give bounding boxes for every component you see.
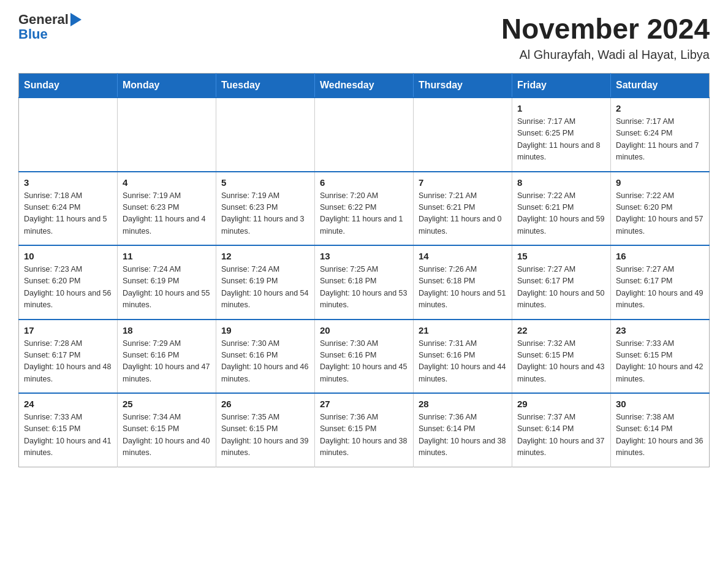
day-info: Sunrise: 7:33 AMSunset: 6:15 PMDaylight:…: [24, 412, 112, 459]
page-header: General Blue November 2024 Al Ghurayfah,…: [18, 12, 710, 62]
day-info: Sunrise: 7:30 AMSunset: 6:16 PMDaylight:…: [320, 338, 408, 386]
day-number: 2: [616, 103, 704, 113]
calendar-cell: 27Sunrise: 7:36 AMSunset: 6:15 PMDayligh…: [315, 393, 414, 467]
day-info: Sunrise: 7:34 AMSunset: 6:15 PMDaylight:…: [123, 412, 211, 459]
day-number: 24: [24, 399, 112, 409]
day-number: 8: [517, 177, 605, 188]
calendar-week-row: 3Sunrise: 7:18 AMSunset: 6:24 PMDaylight…: [19, 172, 710, 246]
weekday-header-friday: Friday: [512, 74, 611, 98]
day-info: Sunrise: 7:27 AMSunset: 6:17 PMDaylight:…: [517, 264, 605, 312]
weekday-header-row: SundayMondayTuesdayWednesdayThursdayFrid…: [19, 74, 710, 98]
calendar-cell: 25Sunrise: 7:34 AMSunset: 6:15 PMDayligh…: [118, 393, 216, 467]
day-info: Sunrise: 7:19 AMSunset: 6:23 PMDaylight:…: [221, 190, 309, 238]
calendar-week-row: 17Sunrise: 7:28 AMSunset: 6:17 PMDayligh…: [19, 320, 710, 394]
day-info: Sunrise: 7:38 AMSunset: 6:14 PMDaylight:…: [616, 412, 704, 459]
logo: General Blue: [18, 12, 82, 42]
month-title: November 2024: [501, 12, 710, 45]
day-number: 27: [320, 399, 408, 409]
day-number: 7: [419, 177, 507, 188]
day-info: Sunrise: 7:17 AMSunset: 6:25 PMDaylight:…: [517, 116, 605, 164]
calendar-cell: 4Sunrise: 7:19 AMSunset: 6:23 PMDaylight…: [118, 172, 216, 246]
day-info: Sunrise: 7:36 AMSunset: 6:14 PMDaylight:…: [419, 412, 507, 459]
calendar-cell: [414, 98, 512, 172]
logo-triangle-icon: [70, 13, 82, 26]
weekday-header-monday: Monday: [118, 74, 216, 98]
day-info: Sunrise: 7:19 AMSunset: 6:23 PMDaylight:…: [123, 190, 211, 238]
calendar-cell: 15Sunrise: 7:27 AMSunset: 6:17 PMDayligh…: [512, 245, 611, 320]
day-number: 20: [320, 325, 408, 335]
calendar-cell: [19, 98, 118, 172]
calendar-cell: 2Sunrise: 7:17 AMSunset: 6:24 PMDaylight…: [611, 98, 710, 172]
day-info: Sunrise: 7:35 AMSunset: 6:15 PMDaylight:…: [221, 412, 309, 459]
calendar-cell: [315, 98, 414, 172]
calendar-cell: [216, 98, 315, 172]
day-number: 19: [221, 325, 309, 335]
calendar-cell: 10Sunrise: 7:23 AMSunset: 6:20 PMDayligh…: [19, 245, 118, 320]
day-info: Sunrise: 7:37 AMSunset: 6:14 PMDaylight:…: [517, 412, 605, 459]
weekday-header-sunday: Sunday: [19, 74, 118, 98]
calendar-week-row: 24Sunrise: 7:33 AMSunset: 6:15 PMDayligh…: [19, 393, 710, 467]
calendar-cell: 19Sunrise: 7:30 AMSunset: 6:16 PMDayligh…: [216, 320, 315, 394]
calendar-cell: 23Sunrise: 7:33 AMSunset: 6:15 PMDayligh…: [611, 320, 710, 394]
calendar-cell: 16Sunrise: 7:27 AMSunset: 6:17 PMDayligh…: [611, 245, 710, 320]
calendar-body: 1Sunrise: 7:17 AMSunset: 6:25 PMDaylight…: [19, 98, 710, 467]
day-number: 13: [320, 251, 408, 261]
calendar-cell: 21Sunrise: 7:31 AMSunset: 6:16 PMDayligh…: [414, 320, 512, 394]
day-info: Sunrise: 7:29 AMSunset: 6:16 PMDaylight:…: [123, 338, 211, 386]
day-info: Sunrise: 7:33 AMSunset: 6:15 PMDaylight:…: [616, 338, 704, 386]
day-number: 18: [123, 325, 211, 335]
calendar-cell: 7Sunrise: 7:21 AMSunset: 6:21 PMDaylight…: [414, 172, 512, 246]
day-number: 29: [517, 399, 605, 409]
weekday-header-saturday: Saturday: [611, 74, 710, 98]
day-number: 21: [419, 325, 507, 335]
day-info: Sunrise: 7:31 AMSunset: 6:16 PMDaylight:…: [419, 338, 507, 386]
weekday-header-wednesday: Wednesday: [315, 74, 414, 98]
day-info: Sunrise: 7:22 AMSunset: 6:21 PMDaylight:…: [517, 190, 605, 238]
calendar-week-row: 10Sunrise: 7:23 AMSunset: 6:20 PMDayligh…: [19, 245, 710, 320]
day-number: 10: [24, 251, 112, 261]
svg-marker-0: [70, 13, 82, 26]
day-number: 12: [221, 251, 309, 261]
day-info: Sunrise: 7:18 AMSunset: 6:24 PMDaylight:…: [24, 190, 112, 238]
day-info: Sunrise: 7:32 AMSunset: 6:15 PMDaylight:…: [517, 338, 605, 386]
calendar-header: SundayMondayTuesdayWednesdayThursdayFrid…: [19, 74, 710, 98]
day-number: 6: [320, 177, 408, 188]
day-info: Sunrise: 7:22 AMSunset: 6:20 PMDaylight:…: [616, 190, 704, 238]
day-number: 3: [24, 177, 112, 188]
calendar-cell: 1Sunrise: 7:17 AMSunset: 6:25 PMDaylight…: [512, 98, 611, 172]
calendar-cell: 20Sunrise: 7:30 AMSunset: 6:16 PMDayligh…: [315, 320, 414, 394]
day-info: Sunrise: 7:20 AMSunset: 6:22 PMDaylight:…: [320, 190, 408, 238]
weekday-header-thursday: Thursday: [414, 74, 512, 98]
calendar-cell: 29Sunrise: 7:37 AMSunset: 6:14 PMDayligh…: [512, 393, 611, 467]
title-block: November 2024 Al Ghurayfah, Wadi al Haya…: [501, 12, 710, 62]
calendar-cell: 8Sunrise: 7:22 AMSunset: 6:21 PMDaylight…: [512, 172, 611, 246]
location-title: Al Ghurayfah, Wadi al Hayat, Libya: [501, 48, 710, 62]
calendar-cell: [118, 98, 216, 172]
logo-general-text: General: [18, 12, 69, 27]
day-number: 5: [221, 177, 309, 188]
logo-blue-text: Blue: [18, 27, 48, 42]
calendar-cell: 12Sunrise: 7:24 AMSunset: 6:19 PMDayligh…: [216, 245, 315, 320]
day-info: Sunrise: 7:26 AMSunset: 6:18 PMDaylight:…: [419, 264, 507, 312]
calendar-cell: 6Sunrise: 7:20 AMSunset: 6:22 PMDaylight…: [315, 172, 414, 246]
day-info: Sunrise: 7:30 AMSunset: 6:16 PMDaylight:…: [221, 338, 309, 386]
day-number: 9: [616, 177, 704, 188]
day-number: 15: [517, 251, 605, 261]
day-info: Sunrise: 7:36 AMSunset: 6:15 PMDaylight:…: [320, 412, 408, 459]
day-number: 1: [517, 103, 605, 113]
calendar-cell: 28Sunrise: 7:36 AMSunset: 6:14 PMDayligh…: [414, 393, 512, 467]
calendar-cell: 24Sunrise: 7:33 AMSunset: 6:15 PMDayligh…: [19, 393, 118, 467]
calendar-cell: 30Sunrise: 7:38 AMSunset: 6:14 PMDayligh…: [611, 393, 710, 467]
day-info: Sunrise: 7:28 AMSunset: 6:17 PMDaylight:…: [24, 338, 112, 386]
day-info: Sunrise: 7:23 AMSunset: 6:20 PMDaylight:…: [24, 264, 112, 312]
day-info: Sunrise: 7:17 AMSunset: 6:24 PMDaylight:…: [616, 116, 704, 164]
day-info: Sunrise: 7:21 AMSunset: 6:21 PMDaylight:…: [419, 190, 507, 238]
day-number: 28: [419, 399, 507, 409]
weekday-header-tuesday: Tuesday: [216, 74, 315, 98]
day-number: 17: [24, 325, 112, 335]
calendar-table: SundayMondayTuesdayWednesdayThursdayFrid…: [18, 73, 710, 467]
day-number: 25: [123, 399, 211, 409]
calendar-cell: 26Sunrise: 7:35 AMSunset: 6:15 PMDayligh…: [216, 393, 315, 467]
day-info: Sunrise: 7:24 AMSunset: 6:19 PMDaylight:…: [123, 264, 211, 312]
day-number: 16: [616, 251, 704, 261]
